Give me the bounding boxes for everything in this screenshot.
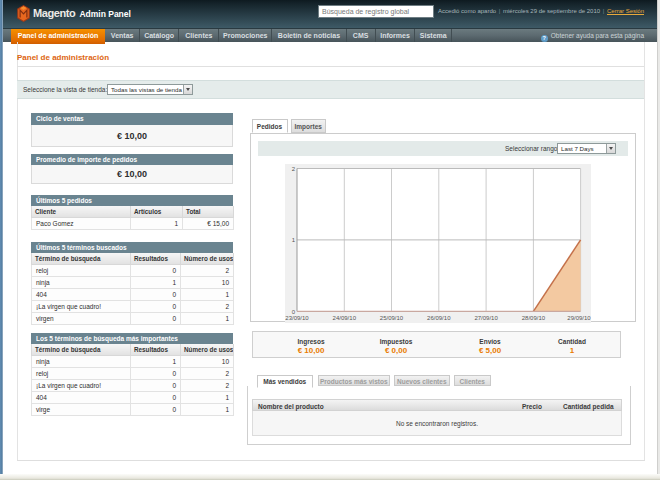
svg-text:23/09/10: 23/09/10 xyxy=(285,315,309,321)
svg-text:26/09/10: 26/09/10 xyxy=(427,315,451,321)
svg-text:24/09/10: 24/09/10 xyxy=(333,315,357,321)
svg-text:27/09/10: 27/09/10 xyxy=(474,315,498,321)
svg-text:29/09/10: 29/09/10 xyxy=(567,315,591,321)
svg-text:25/09/10: 25/09/10 xyxy=(380,315,404,321)
svg-text:28/09/10: 28/09/10 xyxy=(522,315,546,321)
